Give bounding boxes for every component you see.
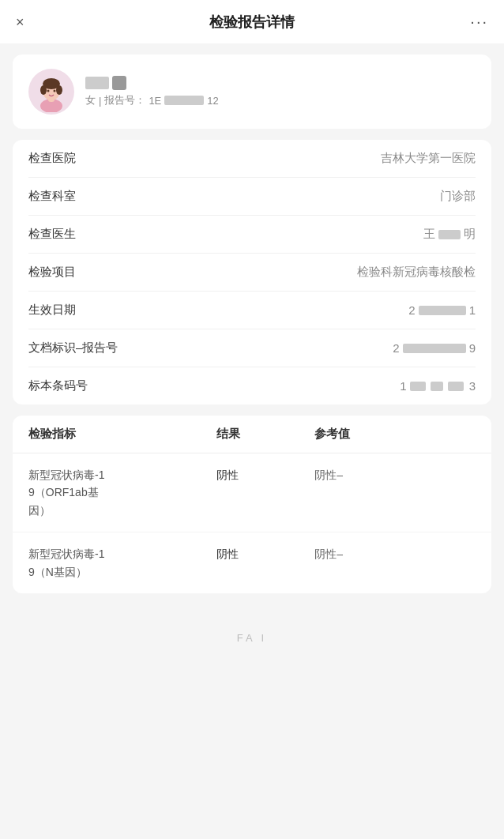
label-dept: 检查科室: [28, 189, 76, 204]
report-suffix: 12: [207, 95, 218, 107]
report-redact: [164, 96, 204, 105]
bottom-text: FA I: [237, 632, 267, 644]
table-body: 新型冠状病毒-19（ORF1ab基因） 阴性 阴性– 新型冠状病毒-19（N基因…: [13, 453, 491, 593]
page-title: 检验报告详情: [209, 13, 295, 32]
barcode-suffix: 3: [469, 379, 476, 393]
col-header-index: 检验指标: [28, 427, 216, 442]
doctor-redact: [438, 230, 461, 239]
label-doctor: 检查医生: [28, 227, 76, 242]
cell-result-1: 阴性: [216, 466, 315, 483]
info-row-dept: 检查科室 门诊部: [28, 178, 476, 216]
table-row: 新型冠状病毒-19（N基因） 阴性 阴性–: [13, 532, 491, 593]
name-redact: [85, 77, 109, 89]
label-item: 检验项目: [28, 265, 76, 280]
value-dept: 门诊部: [440, 189, 476, 204]
label-barcode: 标本条码号: [28, 378, 88, 393]
date-redact: [419, 306, 466, 315]
date-suffix: 1: [469, 303, 476, 317]
info-row-item: 检验项目 检验科新冠病毒核酸检: [28, 254, 476, 292]
patient-card: 女 | 报告号： 1E 12: [13, 55, 491, 129]
docid-redact: [403, 344, 466, 353]
cell-index-2: 新型冠状病毒-19（N基因）: [28, 545, 216, 581]
svg-point-6: [47, 90, 50, 92]
col-header-ref: 参考值: [314, 427, 476, 442]
cell-ref-1: 阴性–: [314, 466, 476, 483]
avatar: [28, 69, 74, 115]
gender-label: 女: [85, 93, 96, 107]
info-row-barcode: 标本条码号 1 3: [28, 367, 476, 404]
cell-index-1: 新型冠状病毒-19（ORF1ab基因）: [28, 466, 216, 519]
info-row-hospital: 检查医院 吉林大学第一医院: [28, 140, 476, 178]
label-date: 生效日期: [28, 303, 76, 318]
barcode-redact1: [410, 382, 426, 391]
table-row: 新型冠状病毒-19（ORF1ab基因） 阴性 阴性–: [13, 453, 491, 532]
patient-name: [85, 76, 219, 90]
col-header-result: 结果: [216, 427, 315, 442]
svg-point-4: [40, 85, 47, 95]
patient-info: 女 | 报告号： 1E 12: [85, 76, 219, 107]
svg-point-5: [56, 85, 62, 95]
header: × 检验报告详情 ···: [0, 0, 504, 43]
barcode-redact2: [431, 382, 443, 391]
value-hospital: 吉林大学第一医院: [381, 151, 476, 166]
report-prefix: 1E: [149, 95, 161, 107]
barcode-redact3: [448, 382, 464, 391]
svg-point-7: [54, 90, 56, 92]
barcode-prefix: 1: [400, 379, 406, 393]
cell-result-2: 阴性: [216, 545, 315, 562]
date-prefix: 2: [408, 303, 415, 317]
value-barcode: 1 3: [400, 379, 476, 393]
info-row-docid: 文档标识–报告号 2 9: [28, 329, 476, 367]
doctor-suffix: 明: [464, 227, 476, 242]
patient-meta: 女 | 报告号： 1E 12: [85, 93, 219, 107]
close-button[interactable]: ×: [16, 15, 24, 29]
doctor-prefix: 王: [423, 227, 435, 242]
info-row-doctor: 检查医生 王 明: [28, 216, 476, 254]
info-row-date: 生效日期 2 1: [28, 292, 476, 329]
name-icon: [112, 76, 126, 90]
docid-suffix: 9: [469, 341, 476, 355]
value-doctor: 王 明: [423, 227, 476, 242]
table-header: 检验指标 结果 参考值: [13, 416, 491, 453]
report-label: 报告号：: [104, 93, 145, 107]
value-date: 2 1: [408, 303, 476, 317]
label-docid: 文档标识–报告号: [28, 340, 118, 356]
value-docid: 2 9: [393, 341, 476, 355]
label-hospital: 检查医院: [28, 151, 76, 166]
value-item: 检验科新冠病毒核酸检: [357, 265, 476, 280]
separator: |: [99, 95, 101, 107]
docid-prefix: 2: [393, 341, 399, 355]
more-button[interactable]: ···: [470, 13, 488, 31]
bottom-area: FA I: [0, 593, 504, 657]
cell-ref-2: 阴性–: [314, 545, 476, 562]
info-card: 检查医院 吉林大学第一医院 检查科室 门诊部 检查医生 王 明 检验项目 检验科…: [13, 140, 491, 404]
